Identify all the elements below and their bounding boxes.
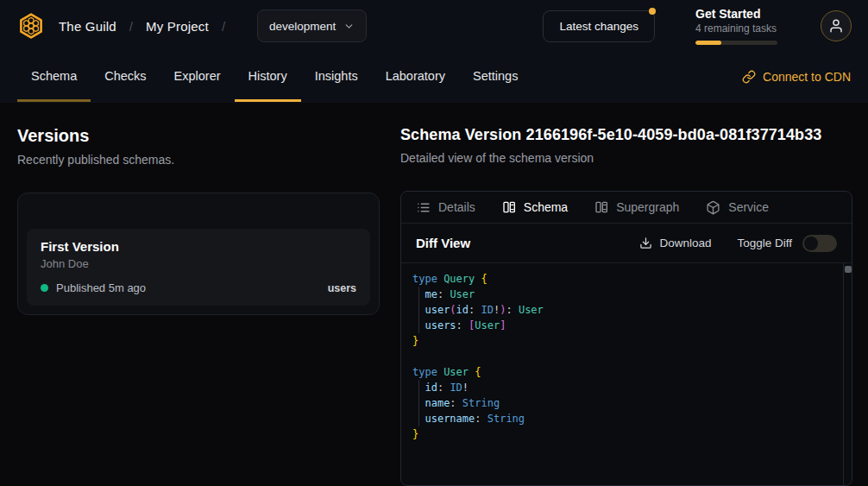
notification-dot	[649, 8, 656, 15]
version-author: John Doe	[41, 257, 356, 270]
tab-schema-view[interactable]: Schema	[502, 200, 568, 214]
tab-label: Checks	[104, 69, 146, 83]
code-line: name: String	[412, 395, 831, 411]
version-detail-panel: Schema Version 2166196f-5e10-4059-bd0a-0…	[400, 103, 852, 486]
diff-view-header: Diff View Download Toggle Diff	[401, 224, 852, 263]
get-started-title: Get Started	[695, 7, 777, 22]
download-button[interactable]: Download	[639, 237, 711, 249]
code-line: type User {	[412, 364, 831, 380]
schema-version-title: Schema Version 2166196f-5e10-4059-bd0a-0…	[400, 126, 852, 144]
toggle-knob	[804, 237, 818, 250]
user-menu-button[interactable]	[821, 10, 852, 41]
hive-logo[interactable]	[17, 12, 45, 40]
code-line: username: String	[412, 411, 831, 426]
download-icon	[639, 237, 652, 249]
versions-list: First Version John Doe Published 5m ago …	[17, 193, 380, 315]
code-line: }	[412, 426, 831, 442]
detail-tab-label: Details	[438, 200, 475, 214]
breadcrumb-separator: /	[129, 19, 133, 34]
code-line: user(id: ID!): User	[412, 302, 831, 318]
cdn-link-label: Connect to CDN	[763, 70, 851, 84]
breadcrumb-org[interactable]: The Guild	[59, 19, 116, 34]
tab-history[interactable]: History	[235, 52, 301, 102]
code-line: id: ID!	[412, 380, 831, 395]
connect-to-cdn-link[interactable]: Connect to CDN	[742, 52, 851, 102]
detail-tab-label: Supergraph	[616, 200, 679, 214]
latest-changes-label: Latest changes	[559, 20, 638, 33]
box-icon	[706, 200, 720, 215]
tab-details[interactable]: Details	[416, 200, 475, 215]
versions-title: Versions	[17, 126, 380, 146]
code-line: }	[412, 333, 831, 349]
diff-view-actions: Download Toggle Diff	[639, 235, 837, 252]
version-meta-row: Published 5m ago users	[41, 281, 356, 294]
scrollbar-thumb[interactable]	[845, 266, 852, 273]
environment-selector[interactable]: development	[257, 9, 367, 42]
code-line: users: [User]	[412, 318, 831, 333]
tab-insights[interactable]: Insights	[301, 52, 372, 102]
get-started-progress-fill	[695, 41, 721, 45]
version-name: First Version	[41, 239, 356, 254]
versions-panel: Versions Recently published schemas. Fir…	[17, 103, 380, 486]
code-block: type Query { me: User user(id: ID!): Use…	[412, 271, 831, 442]
breadcrumb-separator: /	[222, 19, 225, 34]
breadcrumb: The Guild / My Project /	[59, 19, 238, 34]
version-status-label: Published 5m ago	[56, 281, 146, 294]
link-icon	[742, 70, 756, 84]
schema-code-viewer[interactable]: type Query { me: User user(id: ID!): Use…	[401, 263, 852, 485]
schema-version-subtitle: Detailed view of the schema version	[400, 151, 852, 165]
tab-label: Insights	[315, 69, 358, 83]
version-list-item[interactable]: First Version John Doe Published 5m ago …	[27, 229, 370, 306]
tab-supergraph[interactable]: Supergraph	[594, 200, 679, 214]
chevron-down-icon	[343, 21, 355, 32]
tab-label: Schema	[31, 69, 77, 83]
schema-version-card: Details Schema Supergraph	[400, 191, 852, 486]
tab-laboratory[interactable]: Laboratory	[372, 52, 459, 102]
version-status: Published 5m ago	[41, 281, 146, 294]
toggle-diff-label: Toggle Diff	[737, 237, 792, 249]
detail-tab-label: Service	[728, 200, 769, 214]
download-label: Download	[659, 237, 711, 249]
detail-tab-label: Schema	[524, 200, 568, 214]
environment-label: development	[269, 20, 336, 33]
get-started-progress	[695, 41, 777, 45]
breadcrumb-project[interactable]: My Project	[146, 19, 209, 34]
user-icon	[828, 18, 844, 34]
list-icon	[416, 200, 431, 215]
columns-icon	[594, 200, 608, 214]
get-started-widget[interactable]: Get Started 4 remaining tasks	[695, 7, 777, 45]
diff-view-title: Diff View	[416, 236, 470, 250]
tab-settings[interactable]: Settings	[459, 52, 531, 102]
latest-changes-button[interactable]: Latest changes	[543, 10, 655, 42]
columns-icon	[502, 200, 516, 214]
main-nav: Schema Checks Explorer History Insights …	[0, 52, 868, 103]
main-content: Versions Recently published schemas. Fir…	[0, 103, 868, 486]
tab-explorer[interactable]: Explorer	[160, 52, 235, 102]
toggle-diff-switch[interactable]	[802, 235, 837, 252]
tab-label: Explorer	[174, 69, 221, 83]
detail-tab-list: Details Schema Supergraph	[401, 192, 852, 224]
tab-service[interactable]: Service	[706, 200, 769, 215]
code-line	[412, 349, 831, 364]
version-service-badge: users	[328, 282, 356, 294]
versions-subtitle: Recently published schemas.	[17, 153, 380, 167]
top-bar: The Guild / My Project / development Lat…	[0, 0, 868, 52]
tab-label: Settings	[473, 69, 518, 83]
tab-label: Laboratory	[386, 69, 445, 83]
published-status-dot	[41, 284, 48, 292]
nav-tab-list: Schema Checks Explorer History Insights …	[17, 52, 531, 102]
vertical-scrollbar[interactable]	[843, 263, 852, 485]
tab-checks[interactable]: Checks	[91, 52, 160, 102]
code-line: me: User	[412, 287, 831, 302]
get-started-subtitle: 4 remaining tasks	[695, 22, 777, 35]
hive-logo-icon	[17, 12, 45, 40]
code-line: type Query {	[412, 271, 831, 287]
tab-schema[interactable]: Schema	[17, 52, 91, 102]
tab-label: History	[248, 69, 287, 83]
